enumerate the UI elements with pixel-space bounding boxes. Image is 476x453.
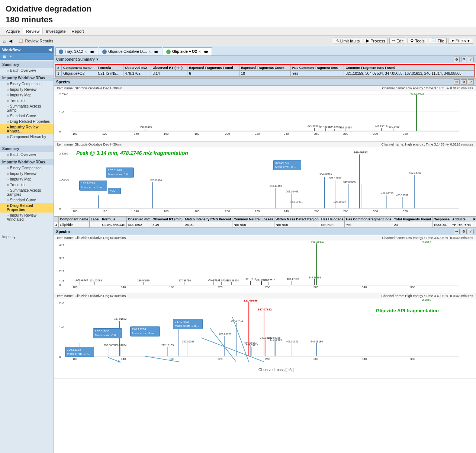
svg-text:186.95689: 186.95689	[137, 279, 149, 282]
svg-text:Observed mass [m/z]: Observed mass [m/z]	[258, 368, 294, 372]
spectrum-bottom-high-chart[interactable]: Glipizide API fragmentation 2e6 1e6 0 10…	[54, 299, 476, 377]
sidebar-impurity-review-top[interactable]: ○ Impurity Review	[0, 87, 54, 92]
spectrum-expand-btn[interactable]: ⤢	[468, 79, 474, 84]
col-common-ions-found[interactable]: Common Fragment Ions Found	[344, 65, 475, 71]
lower-col-name[interactable]: Component name	[59, 217, 90, 222]
sidebar-standard-curve-bottom[interactable]: ○ Standard Curve	[0, 197, 54, 203]
svg-text:160: 160	[164, 132, 169, 135]
menu-acquire[interactable]: Acquire	[3, 28, 23, 34]
sidebar-batch-overview-top[interactable]: ○ Batch Overview	[0, 68, 54, 73]
lower-row-mz: 446.1852	[127, 222, 151, 228]
svg-text:403.17997: 403.17997	[287, 278, 299, 280]
tab-nav-arrows3[interactable]: ◀▶	[203, 50, 209, 54]
lower-col-has-common[interactable]: Has Common Fragment Ions	[345, 217, 393, 222]
process-btn[interactable]: ▶ Process	[364, 38, 388, 44]
home-icon[interactable]: ⌂	[3, 38, 6, 44]
spectrum-sync-btn[interactable]: ⇔	[454, 79, 460, 84]
panel-copy-btn[interactable]: ⧉	[461, 57, 466, 62]
sidebar-trendplot-top[interactable]: ○ Trendplot	[0, 98, 54, 103]
lower-col-total[interactable]: Total Fragments Found	[393, 217, 432, 222]
sidebar-impurity-review-bottom[interactable]: ○ Impurity Review	[0, 171, 54, 176]
back-icon[interactable]: ◀	[9, 38, 12, 44]
spectrum-bottom-sync-btn[interactable]: ⇔	[454, 229, 460, 234]
sidebar-component-hierarchy[interactable]: ○ Component Hierarchy	[0, 134, 54, 140]
tools-btn[interactable]: ⚙ Tools	[408, 38, 427, 44]
svg-text:444.16998: 444.16998	[309, 276, 321, 279]
file-btn[interactable]: 📄 File	[429, 38, 447, 44]
lower-col-mz[interactable]: Observed m/z	[127, 217, 151, 222]
spectrum-bottom-low-svg: 4e7 3e7 2e7 1e7 0 100 140 180 220 260 30…	[54, 240, 463, 289]
col-expected-count[interactable]: Expected Fragments Count	[239, 65, 290, 71]
sidebar-binary-comparison-bottom[interactable]: ○ Binary Comparison	[0, 165, 54, 171]
lower-col-label[interactable]: Label	[90, 217, 101, 222]
sidebar-trendplot-bottom[interactable]: ○ Trendplot	[0, 182, 54, 188]
sidebar-impurity-map-bottom[interactable]: ○ Impurity Map	[0, 176, 54, 182]
lower-col-response[interactable]: Response	[432, 217, 451, 222]
col-component-name[interactable]: Component name	[61, 65, 96, 71]
sidebar-impurity-review-annot-bottom[interactable]: ○ Impurity Review Annotated	[0, 213, 54, 222]
svg-text:263.10409: 263.10409	[286, 190, 298, 193]
limit-faults-btn[interactable]: ⚠ Limit faults	[333, 38, 363, 44]
tab-glipizide-oxidative[interactable]: Glipizide Oxidative D.... ✕ ◀▶	[99, 47, 162, 55]
tab-tray-close[interactable]: ✕	[84, 50, 87, 54]
spectrum-bottom-low-chart[interactable]: 4e7 3e7 2e7 1e7 0 100 140 180 220 260 30…	[54, 240, 476, 289]
col-expected-found[interactable]: Expected Fragments Found	[187, 65, 239, 71]
workflow-add-btn[interactable]: +	[8, 54, 13, 59]
lower-component-row[interactable]: 4 Glipizide C21H27N5O4S 446.1852 3.49 26…	[54, 222, 476, 228]
col-formula[interactable]: Formula	[96, 65, 123, 71]
spectrum-bottom-high-info: Item name: Glipizide Oxidative Deg t=180…	[54, 293, 476, 299]
svg-text:222.10135: 222.10135	[161, 344, 174, 347]
col-observed-rt[interactable]: Observed RT (min)	[151, 65, 187, 71]
svg-text:220: 220	[255, 210, 260, 213]
sidebar-batch-overview-bottom[interactable]: ○ Batch Overview	[0, 152, 54, 157]
sidebar-binary-comparison-top[interactable]: ○ Binary Comparison	[0, 81, 54, 87]
tab-glipizide-o2-close[interactable]: ✕	[198, 50, 201, 54]
tab-glipizide-o2[interactable]: Glipizide + O2 ✕ ◀▶	[163, 47, 212, 55]
svg-text:120: 120	[102, 210, 107, 213]
spectrum-top-low-chart[interactable]: Intensity [Counts] 2.05e6 1e6 0 100 120 …	[54, 91, 476, 135]
component-row[interactable]: 1 Glipizide+O2 C21H27N5... 478.1762 3.14…	[56, 71, 475, 77]
menu-bar: Acquire Review Investigate Report	[0, 27, 476, 36]
lower-col-match[interactable]: Match Intensity RMS Percent	[184, 217, 232, 222]
lower-col-neutral[interactable]: Common Neutral Losses	[232, 217, 274, 222]
svg-text:140: 140	[134, 132, 139, 135]
spectrum-bottom-settings-btn[interactable]: ⚙	[461, 229, 467, 234]
svg-text:200: 200	[225, 132, 230, 135]
col-has-common[interactable]: Has Common Fragment Ions	[290, 65, 344, 71]
lower-col-formula[interactable]: Formula	[101, 217, 127, 222]
tab-glipizide-ox-close[interactable]: ✕	[148, 50, 151, 54]
sidebar-summarize-bottom[interactable]: ○ Summarize Across Samples	[0, 188, 54, 197]
workflow-menu-btn[interactable]: ☰	[1, 54, 7, 59]
sidebar-impurity-map-top[interactable]: ○ Impurity Map	[0, 92, 54, 98]
sidebar-drug-related-active[interactable]: ● Drug Related Properties	[0, 203, 54, 213]
lower-col-adducts[interactable]: Adducts	[451, 217, 472, 222]
spectrum-bottom-expand-btn[interactable]: ⤢	[468, 229, 474, 234]
col-observed-mz[interactable]: Observed m/z	[123, 65, 151, 71]
tab-nav-arrows2[interactable]: ◀▶	[154, 50, 159, 54]
svg-text:446.18186: 446.18186	[311, 340, 323, 343]
tab-tray[interactable]: Tray: 1:C,2 ✕ ◀▶	[55, 47, 98, 55]
panel-settings-btn[interactable]: ⚙	[454, 57, 460, 62]
filters-btn[interactable]: ▼ Filters ▼	[448, 38, 473, 44]
sidebar-summarize-top[interactable]: ○ Summarize Across Samp...	[0, 103, 54, 113]
lower-col-rt[interactable]: Observed RT (min)	[151, 217, 184, 222]
sidebar-drug-related-top[interactable]: ○ Drug Related Properties	[0, 119, 54, 124]
lower-col-halogens[interactable]: Has Halogens	[320, 217, 345, 222]
spectrum-settings-btn[interactable]: ⚙	[461, 79, 467, 84]
lower-col-percentage[interactable]: Percentage of Pa...	[472, 217, 476, 222]
sidebar-impurity-review-annota[interactable]: ● Impurity Review Annota...	[0, 124, 54, 134]
edit-btn[interactable]: ✏ Edit	[389, 38, 406, 44]
panel-expand-btn[interactable]: ⤢	[468, 57, 474, 62]
svg-text:347.08088: 347.08088	[343, 181, 356, 184]
lower-row-percentage	[472, 222, 476, 228]
menu-report[interactable]: Report	[69, 28, 87, 34]
sidebar-standard-curve-top[interactable]: ○ Standard Curve	[0, 113, 54, 119]
sidebar-collapse-icon[interactable]: ◀	[48, 47, 51, 52]
spectrum-top-high-chart[interactable]: Peak @ 3.14 min, 478.1746 m/z fragmentat…	[54, 147, 476, 214]
tab-nav-arrows[interactable]: ◀▶	[90, 50, 95, 54]
menu-investigate[interactable]: Investigate	[43, 28, 68, 34]
svg-text:2.95e6: 2.95e6	[422, 299, 431, 302]
spectrum-top-high-info: Item name: Glipizide Oxidative Deg t=30m…	[54, 142, 476, 147]
menu-review[interactable]: Review	[23, 28, 43, 34]
lower-col-within[interactable]: Within Mass Defect Region	[274, 217, 320, 222]
